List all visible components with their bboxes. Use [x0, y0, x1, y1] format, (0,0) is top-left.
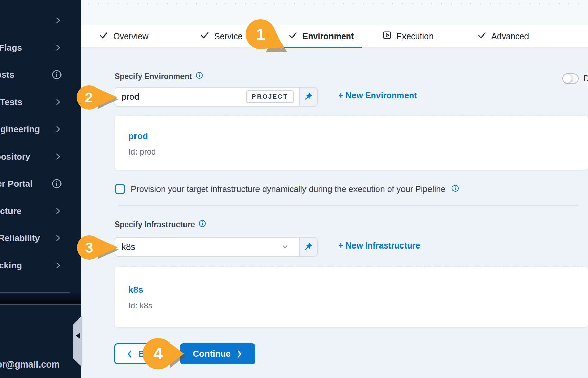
chevron-right-icon — [54, 125, 62, 133]
sidebar-item-tracking[interactable]: cking — [0, 255, 81, 276]
chevron-right-icon — [236, 350, 243, 358]
play-square-icon — [382, 30, 392, 42]
check-icon — [200, 30, 210, 42]
check-icon — [99, 30, 108, 42]
section-divider — [118, 205, 578, 206]
stage-tabbar: Overview Service Environment Execution A — [81, 25, 588, 48]
info-icon[interactable] — [198, 219, 206, 230]
sidebar-nav: Flags osts Tests ngineering pository — [0, 0, 81, 378]
section-label-text: Specify Infrastructure — [115, 220, 195, 229]
section-label-text: Specify Environment — [115, 72, 192, 81]
toggle-switch[interactable] — [562, 73, 579, 84]
sidebar-item-label: er Portal — [0, 179, 33, 189]
chevron-right-icon — [54, 261, 62, 269]
sidebar-item-label: pository — [0, 151, 30, 162]
back-button-label: Back — [138, 349, 159, 359]
infrastructure-section-label: Specify Infrastructure — [115, 219, 206, 230]
environment-section-label: Specify Environment — [115, 71, 203, 81]
info-icon — [51, 69, 62, 80]
tab-label: Service — [214, 31, 242, 41]
info-icon[interactable] — [195, 71, 203, 81]
check-icon — [477, 30, 487, 42]
tab-environment[interactable]: Environment — [280, 25, 362, 48]
sidebar-item-engineering[interactable]: ngineering — [0, 119, 81, 139]
tab-overview[interactable]: Overview — [99, 25, 148, 48]
toggle-label: D — [583, 73, 588, 84]
sidebar-divider — [0, 304, 81, 305]
environment-input-value: prod — [122, 92, 246, 102]
infrastructure-card-title: k8s — [128, 285, 143, 295]
pin-environment-button[interactable] — [299, 87, 318, 107]
continue-button[interactable]: Continue — [180, 343, 255, 364]
infrastructure-card[interactable]: k8s Id: k8s — [115, 267, 588, 327]
pin-infrastructure-button[interactable] — [299, 237, 318, 257]
deploy-toggle-row: D — [562, 73, 588, 84]
sidebar-item-feature-flags[interactable]: Flags — [0, 38, 81, 58]
sidebar-item-label: cture — [0, 206, 22, 216]
infrastructure-select[interactable]: k8s — [115, 237, 299, 257]
chevron-down-icon — [281, 243, 289, 251]
sidebar-item-label: Flags — [0, 43, 22, 53]
scope-tag: PROJECT — [246, 90, 294, 103]
provision-checkbox-row: Provision your target infrastructure dyn… — [115, 184, 459, 194]
tab-label: Environment — [302, 31, 354, 41]
sidebar-item-tests[interactable]: Tests — [0, 92, 81, 112]
environment-input[interactable]: prod PROJECT — [115, 87, 299, 107]
new-infrastructure-link[interactable]: + New Infrastructure — [338, 241, 420, 251]
app-window: Flags osts Tests ngineering pository — [0, 0, 588, 378]
sidebar-item-reliability[interactable]: Reliability — [0, 228, 81, 248]
provision-checkbox-label: Provision your target infrastructure dyn… — [131, 184, 445, 194]
environment-tab-panel: D Specify Environment prod PROJECT + New… — [81, 48, 588, 378]
chevron-right-icon — [54, 16, 62, 24]
pin-icon — [304, 92, 313, 101]
tab-label: Execution — [396, 31, 434, 41]
collapse-left-icon — [76, 333, 80, 338]
tab-advanced[interactable]: Advanced — [477, 25, 529, 48]
back-button[interactable]: Back — [114, 343, 171, 364]
chevron-right-icon — [54, 44, 62, 52]
tab-label: Advanced — [491, 31, 529, 41]
sidebar-item-costs[interactable]: osts — [0, 65, 81, 85]
sidebar-item-repository[interactable]: pository — [0, 146, 81, 167]
environment-card[interactable]: prod Id: prod — [115, 116, 588, 170]
pin-icon — [304, 242, 313, 252]
sidebar-item-infrastructure[interactable]: cture — [0, 201, 81, 221]
environment-card-title: prod — [128, 131, 148, 141]
account-email: or@gmail.com — [0, 359, 60, 370]
info-icon[interactable] — [451, 184, 459, 194]
sidebar-item-label: Reliability — [0, 233, 40, 243]
infrastructure-select-value: k8s — [122, 242, 281, 252]
infrastructure-card-id: Id: k8s — [128, 301, 152, 310]
tab-label: Overview — [113, 31, 148, 41]
check-icon — [288, 30, 298, 42]
info-icon — [51, 178, 62, 189]
chevron-right-icon — [54, 152, 62, 161]
sidebar-collapse-handle[interactable] — [73, 316, 82, 367]
chevron-right-icon — [54, 98, 62, 106]
chevron-right-icon — [54, 234, 62, 242]
pipeline-canvas-strip — [81, 0, 588, 25]
sidebar-item-label: ngineering — [0, 124, 40, 135]
environment-card-id: Id: prod — [128, 147, 156, 157]
new-environment-link[interactable]: + New Environment — [338, 91, 417, 100]
environment-field-group: prod PROJECT — [115, 87, 318, 107]
chevron-right-icon — [54, 207, 62, 215]
sidebar-item-label: osts — [0, 70, 14, 80]
sidebar-item-developer-portal[interactable]: er Portal — [0, 173, 81, 194]
provision-checkbox[interactable] — [115, 184, 125, 194]
tab-service[interactable]: Service — [200, 25, 242, 48]
sidebar-item-label: Tests — [0, 97, 22, 108]
toggle-knob — [563, 74, 572, 83]
infrastructure-field-group: k8s — [115, 237, 318, 257]
sidebar-item-label: cking — [0, 260, 22, 271]
sidebar-item-1[interactable] — [0, 10, 81, 30]
tab-execution[interactable]: Execution — [382, 25, 434, 48]
chevron-left-icon — [126, 350, 133, 358]
continue-button-label: Continue — [193, 349, 231, 359]
sidebar-dark-band — [0, 293, 81, 304]
